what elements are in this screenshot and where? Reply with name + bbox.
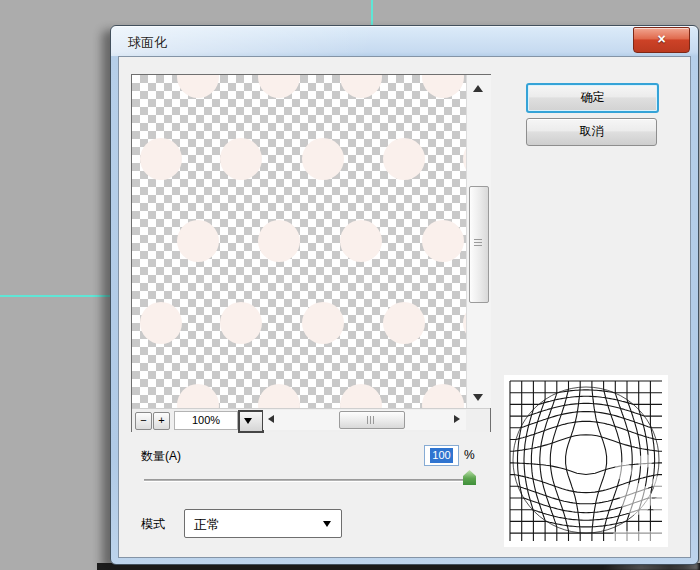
- preview-dot: [140, 138, 182, 180]
- preview-dot: [177, 384, 219, 408]
- horizontal-scroll-thumb[interactable]: [339, 411, 405, 429]
- amount-slider-track[interactable]: [144, 479, 475, 482]
- preview-dot: [422, 384, 464, 408]
- preview-dot: [258, 220, 300, 262]
- close-icon: ×: [657, 31, 665, 47]
- amount-unit: %: [464, 448, 475, 462]
- preview-box: − + 100%: [131, 74, 491, 432]
- preview-dot: [302, 302, 344, 344]
- chevron-down-icon: [244, 418, 252, 428]
- vertical-scrollbar[interactable]: [466, 75, 491, 408]
- preview-dot: [422, 220, 464, 262]
- chevron-down-icon: [323, 521, 331, 531]
- amount-value: 100: [430, 448, 452, 463]
- thumb-grip-icon: [367, 416, 376, 424]
- preview-dot: [340, 384, 382, 408]
- vertical-scroll-thumb[interactable]: [469, 186, 489, 303]
- preview-dot: [220, 138, 262, 180]
- mode-label: 模式: [141, 516, 165, 533]
- spherize-dialog: 球面化 × − + 100%: [110, 25, 699, 565]
- preview-dot: [340, 220, 382, 262]
- cancel-button[interactable]: 取消: [526, 118, 657, 146]
- preview-dot: [383, 302, 425, 344]
- zoom-level-field[interactable]: 100%: [174, 411, 238, 430]
- close-button[interactable]: ×: [633, 27, 690, 53]
- guide-horizontal: [0, 295, 111, 297]
- zoom-in-button[interactable]: +: [153, 412, 170, 430]
- scroll-left-icon[interactable]: [268, 415, 274, 423]
- dialog-titlebar[interactable]: 球面化: [111, 26, 698, 56]
- preview-dot: [383, 138, 425, 180]
- preview-dot: [177, 75, 219, 98]
- mode-dropdown[interactable]: 正常: [184, 509, 342, 538]
- preview-dot: [258, 384, 300, 408]
- amount-slider-thumb[interactable]: [463, 470, 476, 485]
- preview-zoom-bar: − + 100%: [132, 408, 490, 432]
- desktop-background: 球面化 × − + 100%: [0, 0, 700, 570]
- preview-dot: [140, 302, 182, 344]
- ok-button[interactable]: 确定: [526, 83, 659, 113]
- preview-dot: [258, 75, 300, 98]
- preview-dot: [340, 75, 382, 98]
- sphere-wireframe-icon: [504, 375, 668, 547]
- preview-dot: [177, 220, 219, 262]
- spherize-grid-preview: [504, 375, 668, 547]
- amount-label: 数量(A): [141, 448, 181, 465]
- amount-input[interactable]: 100: [424, 445, 459, 466]
- zoom-dropdown-button[interactable]: [238, 410, 264, 433]
- preview-dot: [422, 75, 464, 98]
- scroll-up-icon[interactable]: [473, 85, 483, 92]
- mode-selected-value: 正常: [194, 516, 220, 534]
- preview-dot: [220, 302, 262, 344]
- dialog-content: − + 100% 确定 取消 数量(A) 100: [118, 56, 691, 558]
- thumb-grip-icon: [474, 239, 482, 248]
- scroll-down-icon[interactable]: [473, 394, 483, 401]
- scroll-right-icon[interactable]: [454, 415, 460, 423]
- zoom-out-button[interactable]: −: [135, 412, 152, 430]
- dialog-title: 球面化: [128, 34, 167, 52]
- preview-canvas[interactable]: [132, 75, 466, 408]
- guide-vertical: [371, 0, 373, 26]
- preview-dot: [302, 138, 344, 180]
